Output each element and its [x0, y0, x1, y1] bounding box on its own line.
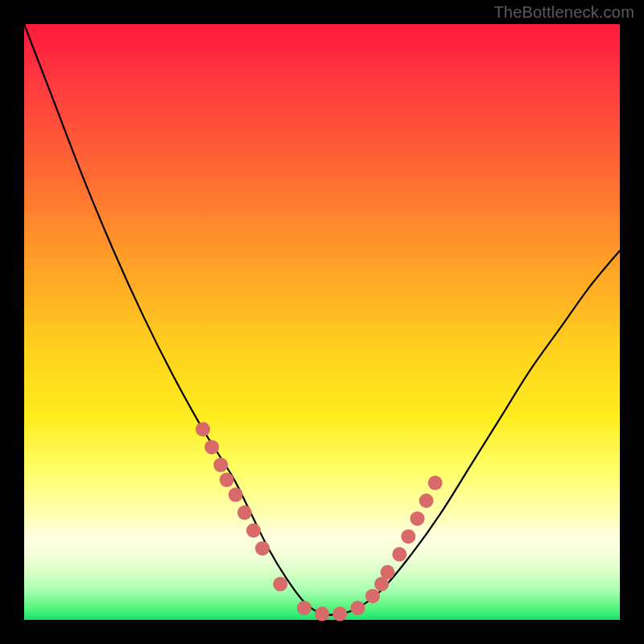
marker-point	[213, 458, 228, 473]
marker-point	[196, 422, 210, 436]
marker-point	[419, 493, 434, 508]
marker-point	[237, 506, 252, 520]
marker-point	[255, 541, 270, 555]
marker-point	[297, 601, 312, 615]
marker-point	[273, 577, 287, 592]
bottleneck-curve	[24, 24, 620, 615]
marker-point	[401, 529, 415, 543]
marker-point	[315, 607, 329, 621]
marker-point	[332, 607, 347, 621]
marker-point	[246, 523, 261, 538]
marker-point	[410, 511, 424, 526]
marker-point	[392, 547, 407, 562]
plot-area	[24, 24, 620, 620]
marker-point	[365, 588, 380, 603]
chart-frame: TheBottleneck.com	[0, 0, 644, 644]
marker-point	[220, 473, 234, 487]
marker-point	[229, 488, 243, 502]
marker-point	[350, 601, 365, 615]
marker-point	[204, 440, 219, 454]
marker-point	[428, 476, 443, 490]
marker-point	[380, 565, 394, 580]
curve-layer	[24, 24, 620, 620]
sample-markers	[196, 422, 443, 621]
watermark-text: TheBottleneck.com	[493, 3, 634, 22]
